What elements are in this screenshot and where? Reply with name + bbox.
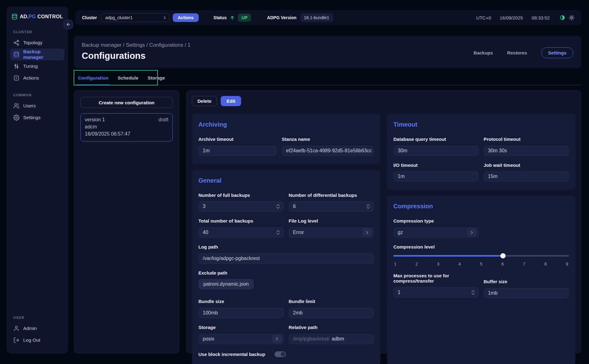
tab-schedule[interactable]: Schedule bbox=[118, 70, 138, 85]
bundle-limit-input[interactable]: 2mb bbox=[289, 308, 374, 318]
archiving-title: Archiving bbox=[198, 121, 374, 128]
protocol-timeout-input[interactable]: 30m 30s bbox=[484, 145, 569, 156]
chevron-down-icon bbox=[471, 292, 475, 295]
stepper-buttons[interactable] bbox=[470, 290, 477, 295]
empty-cell bbox=[484, 218, 569, 238]
app-title: AD.PGCONTROL bbox=[20, 14, 63, 20]
stepper-buttons[interactable] bbox=[275, 230, 282, 235]
bundle-size-input[interactable]: 100mb bbox=[198, 308, 284, 318]
arrow-left-icon bbox=[66, 22, 71, 27]
chevron-up-icon bbox=[276, 204, 280, 206]
max-processes-stepper[interactable]: 1 bbox=[393, 287, 479, 298]
compression-level-slider[interactable] bbox=[393, 253, 569, 259]
cluster-select[interactable]: adpg_cluster1 bbox=[101, 13, 169, 22]
sidebar-item-label: Backup manager bbox=[23, 49, 61, 60]
sidebar-section-cluster: CLUSTER bbox=[13, 30, 61, 34]
stanza-name-label: Stanza name bbox=[282, 136, 374, 142]
sidebar-item-label: Tuning bbox=[23, 63, 38, 69]
status-group: Status UP bbox=[214, 14, 251, 22]
compression-type-select[interactable]: gz bbox=[393, 227, 479, 238]
sidebar: AD.PGCONTROL CLUSTER Topology Backup man… bbox=[6, 6, 68, 353]
slider-fill bbox=[393, 255, 503, 257]
delete-button[interactable]: Delete bbox=[192, 96, 217, 106]
gear-icon bbox=[13, 115, 19, 121]
sidebar-item-logout[interactable]: Log Out bbox=[10, 334, 64, 346]
topology-icon bbox=[13, 40, 19, 46]
tab-configuration[interactable]: Configuration bbox=[78, 70, 108, 85]
total-backups-stepper[interactable]: 40 bbox=[198, 227, 284, 238]
archiving-card: Archiving Archive timeout 1m Stanza name… bbox=[192, 114, 380, 164]
sidebar-item-backup-manager[interactable]: Backup manager bbox=[10, 49, 64, 60]
timezone-value: UTC+0 bbox=[476, 15, 491, 20]
diff-backups-stepper[interactable]: 6 bbox=[289, 201, 374, 212]
chevron-down-icon bbox=[276, 232, 280, 235]
storage-label: Storage bbox=[198, 325, 284, 330]
sidebar-item-label: Settings bbox=[23, 115, 41, 120]
sun-theme-icon[interactable] bbox=[569, 15, 574, 20]
sidebar-item-users[interactable]: Users bbox=[10, 100, 64, 112]
sidebar-item-actions[interactable]: Actions bbox=[10, 72, 64, 84]
db-query-timeout-label: Database query timeout bbox=[393, 136, 479, 142]
theme-icons bbox=[560, 15, 574, 20]
create-configuration-button[interactable]: Create new configuration bbox=[80, 97, 173, 108]
exclude-path-chip[interactable]: patroni.dynamic.json bbox=[198, 279, 254, 289]
content-row: Create new configuration version 1 draft… bbox=[74, 90, 581, 353]
cluster-label: Cluster bbox=[82, 15, 97, 20]
storage-select[interactable]: posix bbox=[198, 334, 284, 344]
chevron-right-icon bbox=[162, 15, 167, 20]
status-up-icon bbox=[230, 15, 235, 20]
db-query-timeout-input[interactable]: 30m bbox=[393, 145, 479, 156]
restores-link[interactable]: Restores bbox=[507, 50, 527, 55]
config-status-badge: draft bbox=[158, 116, 168, 124]
io-timeout-input[interactable]: 1m bbox=[393, 171, 479, 182]
chevron-right-icon[interactable] bbox=[362, 228, 372, 236]
chevron-right-icon[interactable] bbox=[272, 335, 282, 343]
edit-button[interactable]: Edit bbox=[221, 96, 241, 106]
config-datetime: 16/09/2025 06:57:47 bbox=[85, 131, 168, 138]
actions-button[interactable]: Actions bbox=[173, 13, 198, 22]
slider-knob[interactable] bbox=[500, 253, 506, 258]
header-nav: Backups Restores Settings bbox=[474, 47, 573, 58]
relative-path-value: adbm bbox=[332, 336, 344, 342]
block-incremental-toggle[interactable] bbox=[275, 351, 286, 357]
max-processes-label: Max processes to use for compress/transf… bbox=[393, 273, 479, 284]
job-wait-timeout-input[interactable]: 15m bbox=[484, 171, 569, 182]
settings-nav-button[interactable]: Settings bbox=[541, 47, 573, 58]
chevron-down-icon bbox=[366, 206, 370, 209]
full-backups-stepper[interactable]: 3 bbox=[198, 201, 284, 212]
buffer-size-input[interactable]: 1mb bbox=[484, 288, 569, 298]
sidebar-item-settings[interactable]: Settings bbox=[10, 112, 64, 124]
users-icon bbox=[13, 103, 19, 109]
file-log-level-select[interactable]: Error bbox=[289, 227, 374, 238]
chevron-right-icon[interactable] bbox=[467, 228, 477, 236]
file-log-level-label: File Log level bbox=[289, 218, 374, 224]
cluster-select-value: adpg_cluster1 bbox=[105, 15, 132, 20]
contrast-theme-icon[interactable] bbox=[560, 15, 565, 20]
diff-backups-label: Number of differential backups bbox=[289, 193, 374, 198]
toggle-knob bbox=[281, 352, 285, 357]
sidebar-item-label: Topology bbox=[23, 40, 42, 46]
sidebar-item-topology[interactable]: Topology bbox=[10, 37, 64, 49]
configuration-version-card[interactable]: version 1 draft adcm 16/09/2025 06:57:47 bbox=[80, 113, 173, 141]
bundle-size-label: Bundle size bbox=[198, 299, 284, 304]
buffer-size-label: Buffer size bbox=[484, 273, 569, 284]
slider-tick-labels: 1 2 3 4 5 6 7 8 9 bbox=[393, 262, 569, 266]
tab-storage[interactable]: Storage bbox=[148, 70, 165, 85]
relative-path-input[interactable]: /tmp/pgbackrest/ adbm bbox=[289, 334, 374, 344]
status-label: Status bbox=[214, 15, 227, 20]
sidebar-item-tuning[interactable]: Tuning bbox=[10, 60, 64, 72]
sidebar-item-admin[interactable]: Admin bbox=[10, 323, 64, 334]
clock-group: UTC+0 16/09/2025 08:33:52 bbox=[476, 15, 574, 20]
archive-timeout-input[interactable]: 1m bbox=[198, 145, 277, 156]
backups-link[interactable]: Backups bbox=[474, 50, 493, 55]
stepper-buttons[interactable] bbox=[365, 204, 372, 209]
stepper-buttons[interactable] bbox=[275, 204, 282, 209]
sidebar-item-label: Log Out bbox=[23, 337, 40, 343]
collapse-sidebar-button[interactable] bbox=[64, 20, 73, 29]
date-value: 16/09/2025 bbox=[500, 15, 523, 20]
relative-path-label: Relative path bbox=[289, 325, 374, 330]
user-icon bbox=[13, 325, 19, 332]
stanza-name-input[interactable]: ef24aefb-51ca-4989-92d5-81e56b63cc bbox=[282, 145, 374, 156]
exclude-path-label: Exclude path bbox=[198, 270, 374, 276]
log-path-input[interactable]: /var/log/adpgc-pgbackrest bbox=[198, 253, 374, 264]
